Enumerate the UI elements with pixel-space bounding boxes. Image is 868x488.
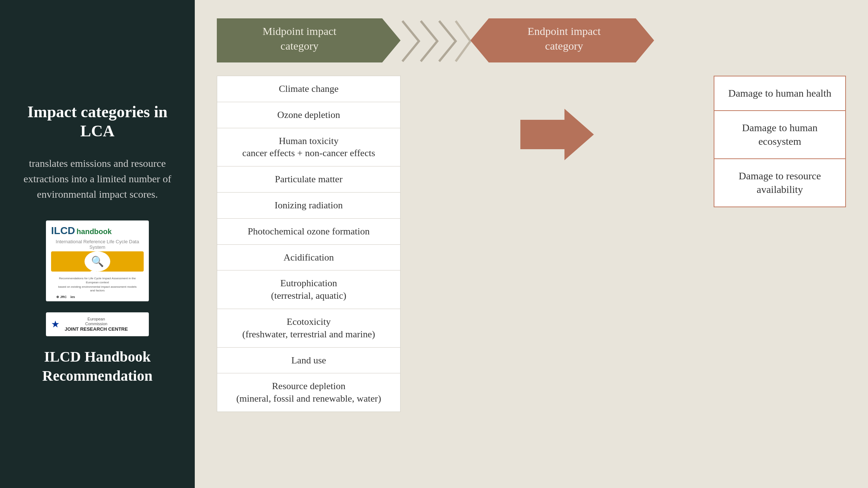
- midpoint-item: Ecotoxicity (freshwater, terrestrial and…: [217, 309, 401, 348]
- midpoint-item: Eutrophication (terrestrial, aquatic): [217, 270, 401, 309]
- page-subtitle: translates emissions and resource extrac…: [18, 156, 176, 202]
- commission-box: ★ EuropeanCommission JOINT RESEARCH CENT…: [46, 312, 149, 336]
- ec-label: EuropeanCommission: [65, 317, 128, 326]
- big-right-arrow-icon: [520, 105, 594, 164]
- svg-marker-6: [520, 109, 594, 160]
- book-icon-area: 🔍: [51, 251, 144, 272]
- svg-text:category: category: [545, 40, 583, 52]
- svg-text:Midpoint impact: Midpoint impact: [263, 25, 337, 37]
- midpoint-item: Resource depletion (mineral, fossil and …: [217, 373, 401, 412]
- midpoint-item: Ionizing radiation: [217, 193, 401, 219]
- bottom-title: ILCD Handbook Recommendation: [42, 347, 153, 385]
- endpoint-arrow-shape: Endpoint impact category: [470, 18, 654, 62]
- svg-text:Endpoint impact: Endpoint impact: [527, 25, 601, 37]
- endpoint-item: Damage to human ecosystem: [714, 111, 845, 159]
- midpoint-item: Photochemical ozone formation: [217, 219, 401, 245]
- endpoint-list: Damage to human healthDamage to human ec…: [714, 76, 846, 207]
- book-title-blue: ILCD: [51, 225, 75, 237]
- midpoint-item: Ozone depletion: [217, 102, 401, 128]
- book-cover: ILCD handbook International Reference Li…: [46, 220, 149, 301]
- svg-text:category: category: [280, 40, 318, 52]
- book-sub-text: based on existing environmental impact a…: [56, 285, 139, 293]
- midpoint-item: Acidification: [217, 245, 401, 271]
- midpoint-list: Climate changeOzone depletionHuman toxic…: [217, 76, 401, 412]
- endpoint-item: Damage to human health: [714, 76, 845, 111]
- midpoint-arrow-shape: Midpoint impact category: [217, 18, 401, 62]
- midpoint-item: Particulate matter: [217, 166, 401, 193]
- midpoint-item: Human toxicity cancer effects + non-canc…: [217, 128, 401, 167]
- content-row: Climate changeOzone depletionHuman toxic…: [217, 76, 846, 470]
- header-row: Midpoint impact category Endpoint impact…: [217, 18, 846, 64]
- eu-flag-icon: ★: [51, 319, 60, 330]
- middle-arrow-area: [415, 76, 699, 164]
- jrc-logo-text: ⊕ JRC: [56, 295, 67, 299]
- jrc-label: JOINT RESEARCH CENTRE: [65, 326, 128, 332]
- ies-logo-text: ies: [71, 295, 75, 299]
- book-title-green: handbook: [76, 227, 112, 236]
- book-rec-text: Recommendations for Life Cycle Impact As…: [56, 277, 139, 284]
- endpoint-item: Damage to resource availability: [714, 159, 845, 207]
- left-panel: Impact categories in LCA translates emis…: [0, 0, 195, 488]
- ilcd-book-image: ILCD handbook International Reference Li…: [46, 220, 149, 301]
- book-title-row: ILCD handbook: [51, 225, 112, 237]
- search-pin-icon: 🔍: [91, 255, 104, 268]
- page-title: Impact categories in LCA: [18, 103, 176, 141]
- right-panel: Midpoint impact category Endpoint impact…: [195, 0, 868, 488]
- commission-text: EuropeanCommission JOINT RESEARCH CENTRE: [65, 317, 128, 332]
- speech-bubble-icon: 🔍: [85, 251, 110, 272]
- book-logos: ⊕ JRC ies: [56, 295, 139, 299]
- book-footer: Recommendations for Life Cycle Impact As…: [51, 274, 144, 301]
- book-tagline: International Reference Life Cycle Data …: [51, 239, 144, 250]
- midpoint-item: Climate change: [217, 76, 401, 102]
- midpoint-item: Land use: [217, 348, 401, 374]
- chevrons-svg: [399, 19, 472, 63]
